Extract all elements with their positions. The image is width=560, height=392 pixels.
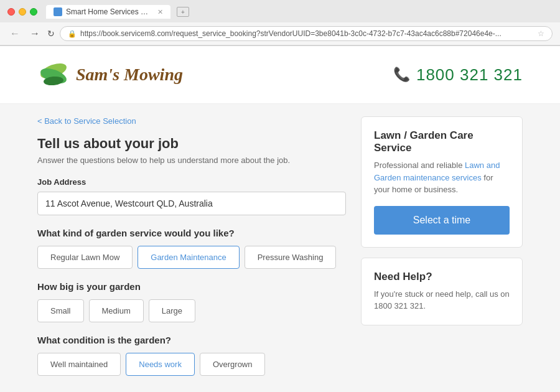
medium-size-option[interactable]: Medium [89, 299, 144, 322]
garden-service-question: What kind of garden service would you li… [37, 228, 346, 238]
large-size-option[interactable]: Large [149, 299, 195, 322]
service-info-card: Lawn / Garden Care Service Professional … [361, 116, 523, 248]
close-window-button[interactable] [7, 8, 15, 16]
maximize-window-button[interactable] [30, 8, 37, 16]
address-input[interactable] [37, 192, 346, 215]
need-help-title: Need Help? [374, 271, 510, 283]
garden-service-group: What kind of garden service would you li… [37, 228, 346, 269]
form-heading: Tell us about your job [37, 136, 346, 152]
service-desc-part1: Professional and reliable [374, 161, 465, 170]
service-card-title: Lawn / Garden Care Service [374, 129, 510, 154]
site-header: Sam's Mowing 📞 1800 321 321 [0, 46, 560, 104]
need-help-card: Need Help? If you're stuck or need help,… [361, 258, 523, 325]
select-time-button[interactable]: Select a time [374, 206, 510, 235]
logo-icon [37, 58, 70, 91]
address-bar[interactable]: 🔒 https://book.servicem8.com/request_ser… [60, 26, 553, 41]
browser-chrome: Smart Home Services Online B... ✕ + ← → … [0, 0, 560, 46]
small-size-option[interactable]: Small [37, 299, 84, 322]
needs-work-option[interactable]: Needs work [126, 353, 195, 376]
close-tab-icon[interactable]: ✕ [157, 8, 163, 16]
service-card-description: Professional and reliable Lawn and Garde… [374, 159, 510, 196]
garden-condition-options: Well maintained Needs work Overgrown [37, 353, 346, 376]
secure-icon: 🔒 [68, 30, 77, 38]
garden-size-options: Small Medium Large [37, 299, 346, 322]
overgrown-option[interactable]: Overgrown [200, 353, 266, 376]
bookmark-icon[interactable]: ☆ [538, 29, 544, 38]
refresh-button[interactable]: ↻ [47, 29, 55, 39]
garden-maintenance-option[interactable]: Garden Maintenance [138, 246, 239, 269]
logo-area: Sam's Mowing [37, 58, 183, 91]
back-button[interactable]: ← [7, 27, 22, 40]
form-area: < Back to Service Selection Tell us abou… [37, 116, 346, 390]
forward-button[interactable]: → [27, 27, 42, 40]
job-address-group: Job Address [37, 177, 346, 215]
address-label: Job Address [37, 177, 346, 187]
garden-service-options: Regular Lawn Mow Garden Maintenance Pres… [37, 246, 346, 269]
pressure-washing-option[interactable]: Pressure Washing [245, 246, 337, 269]
garden-condition-group: What condition is the garden? Well maint… [37, 335, 346, 376]
site-logo-text: Sam's Mowing [76, 65, 183, 85]
form-subtext: Answer the questions below to help us un… [37, 156, 346, 165]
regular-lawn-mow-option[interactable]: Regular Lawn Mow [37, 246, 133, 269]
phone-number: 1800 321 321 [416, 65, 523, 85]
tab-title: Smart Home Services Online B... [66, 7, 154, 16]
garden-condition-question: What condition is the garden? [37, 335, 346, 345]
need-help-text: If you're stuck or need help, call us on… [374, 288, 510, 312]
new-tab-button[interactable]: + [177, 7, 189, 17]
browser-traffic-lights: Smart Home Services Online B... ✕ + [0, 0, 560, 22]
browser-nav: ← → ↻ 🔒 https://book.servicem8.com/reque… [0, 22, 560, 45]
address-text: https://book.servicem8.com/request_servi… [80, 29, 502, 38]
back-to-service-selection-link[interactable]: < Back to Service Selection [37, 116, 346, 126]
minimize-window-button[interactable] [19, 8, 26, 16]
well-maintained-option[interactable]: Well maintained [37, 353, 121, 376]
phone-icon: 📞 [393, 67, 410, 83]
garden-size-question: How big is your garden [37, 281, 346, 292]
browser-tab[interactable]: Smart Home Services Online B... ✕ [46, 5, 170, 19]
page: Sam's Mowing 📞 1800 321 321 < Back to Se… [0, 46, 560, 392]
main-content: < Back to Service Selection Tell us abou… [0, 104, 560, 392]
phone-area: 📞 1800 321 321 [393, 65, 523, 85]
sidebar: Lawn / Garden Care Service Professional … [361, 116, 523, 390]
garden-size-group: How big is your garden Small Medium Larg… [37, 281, 346, 322]
tab-favicon [54, 7, 62, 16]
